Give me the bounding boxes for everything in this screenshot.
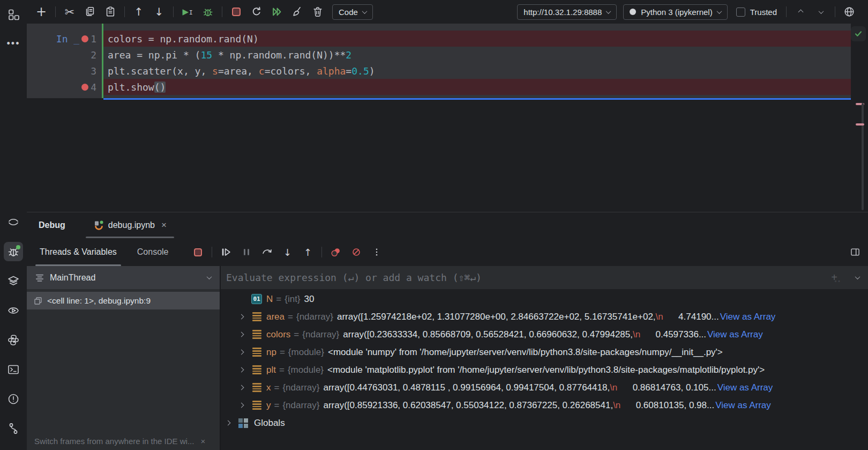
view-as-array-link[interactable]: View as Array — [717, 382, 773, 393]
debug-cell-button[interactable] — [201, 5, 215, 19]
expand-chevron[interactable] — [240, 315, 251, 319]
sidebar-item-terminal[interactable] — [4, 360, 23, 379]
evaluate-placeholder: Evaluate expression (↵) or add a watch (… — [226, 272, 482, 283]
ndarray-icon — [251, 330, 262, 339]
lens-icon — [7, 216, 20, 228]
paste-cell-button[interactable] — [103, 5, 117, 19]
step-into-icon: ↓ — [283, 247, 291, 258]
gutter-line-1[interactable]: In _ 1 — [27, 31, 102, 47]
variable-row-N[interactable]: 01 N = {int} 30 — [221, 290, 868, 308]
variable-name: np — [266, 347, 276, 358]
expand-chevron[interactable] — [240, 403, 251, 407]
line-number: 1 — [91, 33, 96, 45]
add-watch-button[interactable]: +∘∘ — [831, 271, 837, 284]
variable-row-np[interactable]: np = {module} <module 'numpy' from '/hom… — [221, 343, 868, 361]
expand-chevron[interactable] — [240, 333, 251, 336]
code-area[interactable]: colors = np.random.rand(N) area = np.pi … — [103, 31, 851, 95]
trusted-checkbox[interactable]: Trusted — [736, 8, 777, 17]
tab-console[interactable]: Console — [136, 238, 170, 266]
gutter-line-2[interactable]: 2 — [27, 47, 102, 63]
code-line-4[interactable]: plt.show() — [103, 79, 851, 95]
view-breakpoints-button[interactable] — [330, 246, 342, 259]
sidebar-item-problems[interactable] — [4, 389, 23, 409]
close-tab-icon[interactable]: × — [161, 220, 167, 231]
more-options-button[interactable] — [370, 246, 383, 259]
interrupt-kernel-button[interactable] — [229, 5, 243, 19]
cell-type-select[interactable]: Code — [332, 4, 373, 20]
breakpoint-stripe-mark[interactable] — [856, 123, 864, 126]
variable-value: <module 'matplotlib.pyplot' from '/home/… — [327, 365, 765, 375]
scroll-up-button[interactable] — [794, 5, 807, 19]
frames-panel: MainThread <cell line: 1>, debug.ipynb:9… — [27, 266, 221, 450]
chevron-down-icon[interactable] — [855, 274, 860, 279]
code-line-1[interactable]: colors = np.random.rand(N) — [103, 31, 851, 47]
variable-name: area — [266, 312, 285, 322]
code-token: alpha — [317, 65, 346, 77]
hint-close-icon[interactable]: × — [200, 437, 205, 446]
newline-escape: \n — [633, 329, 640, 340]
add-cell-button[interactable]: + — [34, 5, 48, 19]
code-cell[interactable]: In _ 1 2 3 4 colors = np.random.ran — [27, 24, 851, 98]
evaluate-expression-input[interactable]: Evaluate expression (↵) or add a watch (… — [221, 266, 868, 289]
variable-row-area[interactable]: area = {ndarray} array([1.25974218e+02, … — [221, 308, 868, 326]
sidebar-item-services[interactable] — [4, 301, 23, 320]
mute-breakpoints-button[interactable] — [350, 246, 363, 259]
sidebar-item-project[interactable] — [4, 5, 23, 24]
debug-session-tab[interactable]: debug.ipynb × — [86, 212, 174, 238]
variable-row-plt[interactable]: plt = {module} <module 'matplotlib.pyplo… — [221, 361, 868, 379]
sidebar-item-lens[interactable] — [4, 212, 23, 232]
view-as-array-link[interactable]: View as Array — [707, 329, 763, 340]
resume-button[interactable] — [220, 246, 233, 259]
view-as-array-link[interactable]: View as Array — [720, 312, 776, 322]
sidebar-item-more-tool-windows[interactable]: ••• — [4, 34, 23, 53]
sidebar-item-version-control[interactable] — [4, 419, 23, 438]
tab-threads-variables[interactable]: Threads & Variables — [39, 238, 118, 266]
breakpoint-dot[interactable] — [81, 84, 88, 91]
editor-scrollbar[interactable] — [862, 103, 864, 210]
frame-row[interactable]: <cell line: 1>, debug.ipynb:9 — [27, 292, 220, 309]
thread-selector[interactable]: MainThread — [27, 266, 220, 289]
move-cell-down-button[interactable]: ↓ — [152, 5, 166, 19]
inspections-status[interactable] — [851, 26, 866, 41]
gutter-line-4[interactable]: 4 — [27, 79, 102, 95]
expand-chevron[interactable] — [240, 350, 251, 354]
expand-chevron[interactable] — [240, 386, 251, 389]
step-over-button[interactable] — [260, 246, 273, 259]
clear-outputs-button[interactable] — [290, 5, 304, 19]
pause-button[interactable] — [240, 246, 253, 259]
expand-chevron[interactable] — [226, 421, 238, 425]
view-as-array-link[interactable]: View as Array — [715, 400, 771, 411]
step-out-button[interactable]: ↑ — [301, 246, 314, 259]
step-into-button[interactable]: ↓ — [281, 246, 294, 259]
broom-icon — [291, 6, 303, 18]
sidebar-item-debug[interactable] — [4, 242, 23, 261]
cut-cell-button[interactable]: ✂ — [63, 5, 77, 19]
variable-value: array([0.85921336, 0.62038547, 0.5503412… — [323, 400, 613, 411]
sidebar-item-python-console[interactable] — [4, 330, 23, 350]
run-cell-button[interactable]: ▶I — [181, 5, 194, 19]
delete-cell-button[interactable] — [311, 5, 325, 19]
expand-chevron[interactable] — [240, 368, 251, 372]
kernel-select[interactable]: Python 3 (ipykernel) — [623, 4, 727, 20]
code-line-2[interactable]: area = np.pi * (15 * np.random.rand(N))*… — [103, 47, 851, 63]
thread-name: MainThread — [50, 273, 95, 283]
variable-row-colors[interactable]: colors = {ndarray} array([0.23633334, 0.… — [221, 326, 868, 343]
copy-cell-button[interactable] — [83, 5, 97, 19]
variable-row-y[interactable]: y = {ndarray} array([0.85921336, 0.62038… — [221, 396, 868, 414]
layout-settings-button[interactable] — [849, 246, 862, 259]
code-line-3[interactable]: plt.scatter(x, y, s=area, c=colors, alph… — [103, 63, 851, 79]
ide-window: ••• — [0, 0, 868, 450]
move-cell-up-button[interactable]: ↑ — [132, 5, 146, 19]
gutter-line-3[interactable]: 3 — [27, 63, 102, 79]
server-url-select[interactable]: http://10.32.1.29:8888 — [517, 4, 617, 20]
restart-kernel-button[interactable] — [250, 5, 264, 19]
scroll-down-button[interactable] — [814, 5, 828, 19]
stop-button[interactable] — [191, 246, 204, 259]
sidebar-item-layers[interactable] — [4, 271, 23, 291]
notebook-editor[interactable]: In _ 1 2 3 4 colors = np.random.ran — [27, 24, 868, 212]
variable-row-globals[interactable]: Globals — [221, 414, 868, 432]
run-all-button[interactable] — [270, 5, 284, 19]
variable-row-x[interactable]: x = {ndarray} array([0.44763031, 0.48781… — [221, 379, 868, 396]
open-in-browser-button[interactable] — [842, 5, 856, 19]
breakpoint-dot[interactable] — [81, 35, 88, 42]
